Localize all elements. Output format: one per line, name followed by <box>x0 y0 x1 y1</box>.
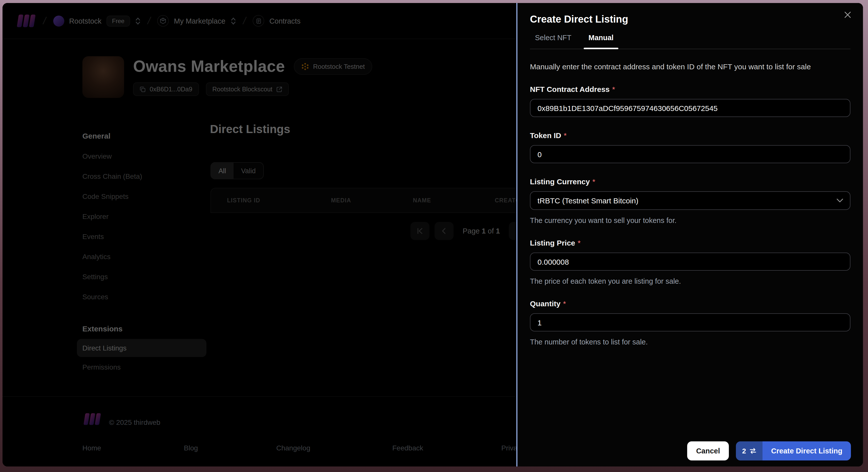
drawer-title: Create Direct Listing <box>530 13 850 25</box>
submit-split-button: 2 Create Direct Listing <box>736 441 851 461</box>
required-asterisk: * <box>592 177 595 186</box>
transaction-count: 2 <box>742 447 746 455</box>
tab-manual[interactable]: Manual <box>583 34 619 49</box>
quantity-input[interactable] <box>530 313 850 332</box>
close-icon <box>844 11 851 18</box>
chevron-down-icon <box>836 198 843 203</box>
field-listing-currency: Listing Currency* tRBTC (Testnet Smart B… <box>530 177 850 224</box>
close-button[interactable] <box>842 9 852 20</box>
app-screen: / Rootstock Free / My Marketplace <box>2 3 863 467</box>
tab-select-nft[interactable]: Select NFT <box>530 34 577 49</box>
price-helper-text: The price of each token you are listing … <box>530 277 850 285</box>
field-nft-contract-address: NFT Contract Address* <box>530 85 850 117</box>
price-label: Listing Price* <box>530 239 850 247</box>
currency-selected-value: tRBTC (Testnet Smart Bitcoin) <box>537 196 639 205</box>
field-quantity: Quantity* The number of tokens to list f… <box>530 299 850 346</box>
required-asterisk: * <box>563 299 566 308</box>
price-input[interactable] <box>530 253 850 271</box>
drawer-description: Manually enter the contract address and … <box>530 62 850 71</box>
create-direct-listing-drawer: Create Direct Listing Select NFT Manual … <box>516 3 863 467</box>
required-asterisk: * <box>612 85 615 93</box>
currency-select[interactable]: tRBTC (Testnet Smart Bitcoin) <box>530 191 850 210</box>
drawer-actions: Cancel 2 Create Direct Listing <box>517 434 863 467</box>
drawer-tabs: Select NFT Manual <box>530 34 850 49</box>
nft-address-input[interactable] <box>530 99 850 117</box>
required-asterisk: * <box>564 131 567 139</box>
token-id-input[interactable] <box>530 145 850 163</box>
currency-label: Listing Currency* <box>530 177 850 186</box>
swap-arrows-icon <box>749 448 756 454</box>
nft-address-label: NFT Contract Address* <box>530 85 850 93</box>
cancel-button[interactable]: Cancel <box>687 441 729 461</box>
required-asterisk: * <box>578 239 581 247</box>
quantity-label: Quantity* <box>530 299 850 308</box>
currency-helper-text: The currency you want to sell your token… <box>530 216 850 224</box>
transaction-count-button[interactable]: 2 <box>736 441 763 461</box>
create-direct-listing-button[interactable]: Create Direct Listing <box>763 441 851 461</box>
field-token-id: Token ID* <box>530 131 850 163</box>
token-id-label: Token ID* <box>530 131 850 139</box>
field-listing-price: Listing Price* The price of each token y… <box>530 239 850 285</box>
window-frame: / Rootstock Free / My Marketplace <box>0 0 868 472</box>
quantity-helper-text: The number of tokens to list for sale. <box>530 338 850 346</box>
